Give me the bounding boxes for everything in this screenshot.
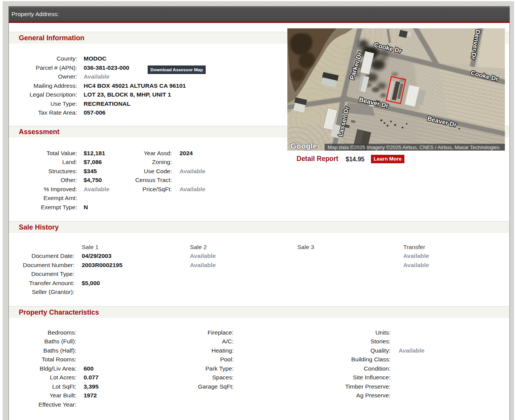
svg-text:Map data ©2025 Imagery ©2025 A: Map data ©2025 Imagery ©2025 Airbus, CNE…	[328, 144, 500, 150]
svg-text:Google: Google	[290, 142, 317, 150]
